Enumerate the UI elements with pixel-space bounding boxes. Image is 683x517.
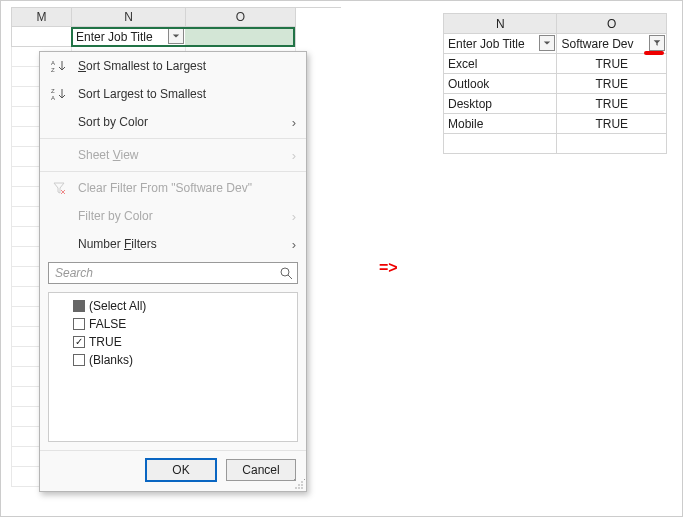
filter-button-n[interactable] [539,35,555,51]
sheet-view-label: Sheet View [78,148,292,162]
sort-ascending[interactable]: AZ Sort Smallest to Largest [40,52,306,80]
blank-icon [48,146,70,164]
left-spreadsheet: M N O Enter Job Title Software Dev [11,7,341,47]
blank-icon [48,235,70,253]
table-row: ExcelTRUE [443,54,667,74]
filter-search-box[interactable] [48,262,298,284]
arrow-annotation: => [379,259,398,277]
sort-color-label: Sort by Color [78,115,292,129]
col-header-o[interactable]: O [557,14,667,34]
table-row-empty [443,134,667,154]
left-column-headers: M N O [11,7,341,27]
col-header-n[interactable]: N [72,8,186,27]
cell-o[interactable]: TRUE [557,74,667,94]
filter-button-n[interactable] [168,28,184,44]
cell-header-n[interactable]: Enter Job Title [444,34,557,54]
svg-point-10 [301,487,303,489]
cell-o[interactable]: TRUE [557,94,667,114]
value-select-all-label: (Select All) [89,299,146,313]
cell-n[interactable]: Mobile [444,114,557,134]
cell-o[interactable]: TRUE [557,54,667,74]
cell-header-n[interactable]: Enter Job Title [72,27,186,47]
sheet-view: Sheet View › [40,141,306,169]
svg-point-4 [281,268,289,276]
svg-point-5 [301,481,303,483]
svg-point-7 [301,484,303,486]
chevron-right-icon: › [292,115,296,130]
value-true-label: TRUE [89,335,122,349]
svg-text:Z: Z [51,67,55,73]
filter-color-label: Filter by Color [78,209,292,223]
sort-desc-icon: ZA [48,85,70,103]
header-n-text: Enter Job Title [448,37,525,51]
right-header-row: Enter Job Title Software Dev [443,34,667,54]
value-false-label: FALSE [89,317,126,331]
filter-search-input[interactable] [53,265,279,281]
col-header-n[interactable]: N [444,14,557,34]
value-blanks[interactable]: (Blanks) [55,351,291,369]
sort-by-color[interactable]: Sort by Color › [40,108,306,136]
sort-asc-label: Sort Smallest to Largest [78,59,296,73]
search-icon [279,266,293,280]
cell-n[interactable]: Desktop [444,94,557,114]
value-select-all[interactable]: (Select All) [55,297,291,315]
header-o-text: Software Dev [190,30,262,44]
cell[interactable] [444,134,557,154]
value-true[interactable]: TRUE [55,333,291,351]
svg-text:Z: Z [51,88,55,94]
checkbox-empty-icon[interactable] [73,354,85,366]
clear-filter-label: Clear Filter From "Software Dev" [78,181,296,195]
chevron-right-icon: › [292,237,296,252]
ok-button[interactable]: OK [146,459,216,481]
left-header-row: Enter Job Title Software Dev [11,27,341,47]
filter-active-icon [653,39,661,47]
svg-point-8 [295,487,297,489]
right-spreadsheet: N O Enter Job Title Software Dev ExcelTR… [443,13,667,154]
dropdown-icon [172,32,180,40]
clear-filter: Clear Filter From "Software Dev" [40,174,306,202]
filter-button-o[interactable] [278,28,294,44]
filter-by-color: Filter by Color › [40,202,306,230]
dialog-buttons: OK Cancel [40,450,306,491]
cell-n[interactable]: Excel [444,54,557,74]
col-header-m[interactable]: M [12,8,72,27]
blank-icon [48,207,70,225]
cell-m[interactable] [12,27,72,47]
table-row: DesktopTRUE [443,94,667,114]
number-filters[interactable]: Number Filters › [40,230,306,258]
clear-filter-icon [48,179,70,197]
dropdown-icon [543,39,551,47]
resize-grip-icon[interactable] [294,479,304,489]
cell-n[interactable]: Outlook [444,74,557,94]
svg-point-6 [298,484,300,486]
checkbox-empty-icon[interactable] [73,318,85,330]
header-n-text: Enter Job Title [76,30,153,44]
filter-value-list[interactable]: (Select All) FALSE TRUE (Blanks) [48,292,298,442]
filter-dropdown: AZ Sort Smallest to Largest ZA Sort Larg… [39,51,307,492]
number-filters-label: Number Filters [78,237,292,251]
dropdown-icon [282,32,290,40]
header-o-text: Software Dev [561,37,633,51]
svg-text:A: A [51,95,55,101]
value-blanks-label: (Blanks) [89,353,133,367]
checkbox-checked-icon[interactable] [73,336,85,348]
filter-button-o-active[interactable] [649,35,665,51]
cell-header-o[interactable]: Software Dev [557,34,667,54]
table-row: MobileTRUE [443,114,667,134]
sort-desc-label: Sort Largest to Smallest [78,87,296,101]
checkbox-partial-icon[interactable] [73,300,85,312]
chevron-right-icon: › [292,209,296,224]
blank-icon [48,113,70,131]
chevron-right-icon: › [292,148,296,163]
table-row: OutlookTRUE [443,74,667,94]
cell-header-o[interactable]: Software Dev [186,27,296,47]
svg-text:A: A [51,60,55,66]
cancel-button[interactable]: Cancel [226,459,296,481]
right-column-headers: N O [443,13,667,34]
value-false[interactable]: FALSE [55,315,291,333]
col-header-o[interactable]: O [186,8,296,27]
cell-o[interactable]: TRUE [557,114,667,134]
sort-asc-icon: AZ [48,57,70,75]
sort-descending[interactable]: ZA Sort Largest to Smallest [40,80,306,108]
cell[interactable] [557,134,667,154]
